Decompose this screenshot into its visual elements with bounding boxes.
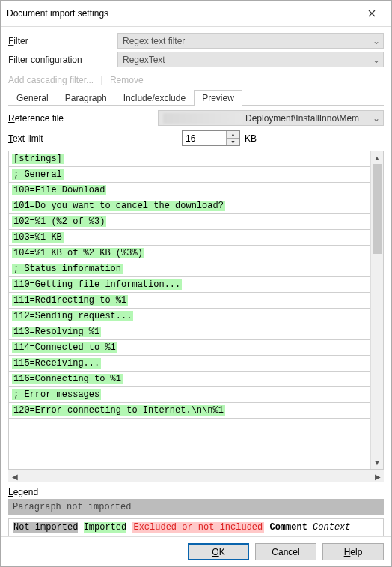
tab-preview[interactable]: Preview	[194, 90, 242, 106]
reference-file-label: Reference file	[8, 113, 158, 124]
filter-value: Regex text filter	[123, 36, 185, 46]
filter-config-row: Filter configuration RegexText ⌄	[8, 52, 384, 67]
preview-line: 104=%1 KB of %2 KB (%3%)	[9, 246, 370, 261]
help-button[interactable]: Help	[322, 543, 384, 560]
preview-line: 102=%1 (%2 of %3)	[9, 214, 370, 230]
tab-include-exclude[interactable]: Include/exclude	[115, 90, 194, 106]
filter-dropdown[interactable]: Regex text filter ⌄	[117, 33, 384, 49]
text-limit-row: Text limit ▲ ▼ KB	[8, 130, 384, 146]
filter-config-dropdown[interactable]: RegexText ⌄	[117, 52, 384, 67]
text-limit-input[interactable]: ▲ ▼	[182, 130, 240, 146]
preview-line: 103=%1 KB	[9, 230, 370, 246]
cancel-button[interactable]: Cancel	[255, 543, 316, 560]
window-title: Document import settings	[7, 8, 108, 19]
text-limit-unit: KB	[245, 133, 257, 144]
reference-file-row: Reference file Deployment\InstallInno\Me…	[8, 110, 384, 126]
add-cascading-filter-link[interactable]: Add cascading filter...	[8, 75, 94, 85]
chevron-down-icon: ⌄	[373, 55, 380, 65]
preview-line: 112=Sending request...	[9, 309, 370, 324]
legend-imported: Imported	[84, 522, 127, 533]
legend-context: Context	[313, 522, 350, 533]
scroll-right-button[interactable]: ▶	[371, 470, 384, 482]
preview-box: [strings]; General100=File Download101=D…	[8, 151, 384, 470]
tab-paragraph[interactable]: Paragraph	[57, 90, 115, 106]
preview-line: [strings]	[9, 151, 370, 167]
dialog-window: Document import settings Filter Regex te…	[0, 0, 392, 567]
button-bar: OK Cancel Help	[1, 536, 391, 566]
link-separator: |	[100, 75, 102, 85]
vertical-scrollbar[interactable]: ▲ ▼	[370, 151, 383, 469]
reference-file-dropdown[interactable]: Deployment\InstallInno\Mem ⌄	[158, 110, 384, 126]
legend-line-notimported: Paragraph not imported	[8, 499, 384, 515]
filter-config-label: Filter configuration	[8, 55, 117, 65]
preview-line: 116=Connecting to %1	[9, 372, 370, 387]
chevron-down-icon: ⌄	[373, 36, 380, 46]
ok-button[interactable]: OK	[188, 543, 249, 560]
scroll-thumb[interactable]	[373, 164, 382, 254]
legend-excluded: Excluded or not included	[132, 522, 264, 533]
spinner-up-button[interactable]: ▲	[227, 131, 239, 138]
hscroll-track[interactable]	[21, 470, 371, 482]
text-limit-input-wrap: ▲ ▼ KB	[182, 130, 257, 146]
preview-line: 114=Connected to %1	[9, 340, 370, 356]
close-icon	[368, 10, 376, 17]
titlebar: Document import settings	[1, 1, 391, 27]
filter-label: Filter	[8, 36, 117, 46]
scroll-left-button[interactable]: ◀	[8, 470, 21, 482]
chevron-down-icon: ⌄	[373, 113, 380, 124]
horizontal-scrollbar[interactable]: ◀ ▶	[8, 470, 384, 482]
legend-key: Not imported Imported Excluded or not in…	[8, 518, 384, 536]
preview-lines: [strings]; General100=File Download101=D…	[9, 151, 370, 469]
legend-title: Legend	[8, 487, 384, 497]
preview-line: 100=File Download	[9, 183, 370, 198]
preview-line: 110=Getting file information...	[9, 277, 370, 293]
preview-line: 115=Receiving...	[9, 356, 370, 372]
content-area: Filter Regex text filter ⌄ Filter config…	[1, 27, 391, 536]
preview-line: 113=Resolving %1	[9, 324, 370, 340]
reference-path-obscured	[163, 113, 242, 124]
preview-tabpane: Reference file Deployment\InstallInno\Me…	[8, 106, 384, 536]
reference-file-value: Deployment\InstallInno\Mem	[245, 113, 359, 124]
preview-line: ; Error messages	[9, 387, 370, 403]
close-button[interactable]	[358, 5, 385, 22]
tab-strip: General Paragraph Include/exclude Previe…	[8, 90, 384, 106]
legend-comment: Comment	[269, 522, 307, 533]
preview-line: ; General	[9, 167, 370, 183]
preview-line: 101=Do you want to cancel the download?	[9, 198, 370, 214]
tab-general[interactable]: General	[8, 90, 57, 106]
legend: Legend Paragraph not imported Not import…	[8, 487, 384, 536]
scroll-up-button[interactable]: ▲	[371, 151, 383, 164]
filter-links-row: Add cascading filter... | Remove	[8, 75, 384, 85]
text-limit-field[interactable]	[183, 131, 226, 145]
spinner: ▲ ▼	[226, 131, 239, 145]
remove-filter-link[interactable]: Remove	[110, 75, 144, 85]
preview-line: 120=Error connecting to Internet.\n\n%1	[9, 403, 370, 419]
text-limit-label: Text limit	[8, 133, 182, 144]
preview-line: 111=Redirecting to %1	[9, 293, 370, 309]
scroll-down-button[interactable]: ▼	[371, 456, 383, 469]
spinner-down-button[interactable]: ▼	[227, 138, 239, 145]
preview-line: ; Status information	[9, 261, 370, 277]
filter-row: Filter Regex text filter ⌄	[8, 33, 384, 49]
legend-not-imported: Not imported	[13, 522, 78, 533]
filter-config-value: RegexText	[123, 55, 165, 65]
